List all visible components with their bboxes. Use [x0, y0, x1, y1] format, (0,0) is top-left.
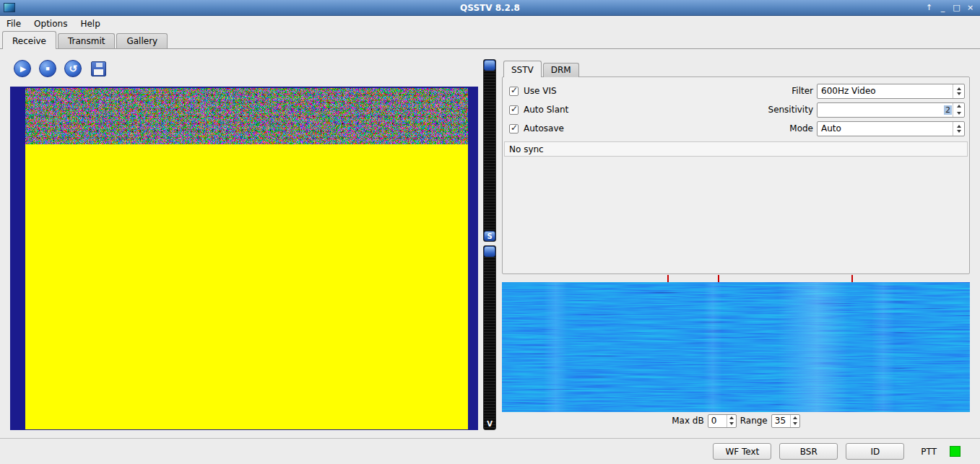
option-row: Use VIS Filter 600Hz Video	[503, 82, 969, 100]
sensitivity-value: 2	[944, 105, 952, 115]
sync-status-bar: No sync	[504, 141, 968, 157]
checkbox-icon[interactable]	[509, 105, 519, 115]
statusbar: WF Text BSR ID PTT	[0, 438, 980, 464]
sstv-yellow-region	[25, 144, 468, 429]
id-button[interactable]: ID	[846, 443, 904, 460]
subtab-sstv[interactable]: SSTV	[503, 61, 542, 77]
save-image-button[interactable]	[87, 58, 109, 79]
spinner-arrows-icon[interactable]	[727, 415, 736, 427]
subtab-drm[interactable]: DRM	[543, 63, 579, 77]
stop-icon: ■	[39, 60, 56, 77]
maximize-button[interactable]: □	[950, 2, 963, 14]
s-meter-handle[interactable]	[484, 60, 495, 71]
waterfall-signal-streak	[544, 282, 567, 412]
receive-toolbar: ▶ ■ ↺	[12, 58, 109, 79]
checkbox-icon[interactable]	[509, 87, 519, 96]
save-icon	[91, 61, 106, 76]
spin-down-button[interactable]	[953, 110, 964, 117]
option-row: Auto Slant Sensitivity 2	[503, 100, 969, 119]
sensitivity-spinbox[interactable]: 2	[817, 102, 965, 118]
spin-up-button[interactable]	[727, 415, 736, 421]
sstv-image-frame	[10, 87, 478, 430]
sstv-image	[25, 88, 468, 429]
spin-up-button[interactable]	[953, 103, 964, 110]
sync-status-text: No sync	[509, 144, 544, 154]
filter-value: 600Hz Video	[818, 84, 953, 98]
spinner-arrows-icon[interactable]	[953, 103, 964, 117]
autosave-checkbox[interactable]: Autosave	[509, 123, 564, 133]
start-receive-button[interactable]: ▶	[12, 58, 33, 79]
menu-help[interactable]: Help	[74, 17, 106, 30]
max-db-spinbox[interactable]: 0	[708, 414, 737, 428]
filter-dropdown[interactable]: 600Hz Video	[817, 84, 965, 99]
v-meter-slider[interactable]: V	[483, 245, 496, 430]
range-value: 35	[772, 415, 790, 427]
use-vis-label: Use VIS	[524, 86, 557, 96]
max-db-value: 0	[708, 415, 727, 427]
waterfall-display[interactable]	[502, 282, 970, 412]
auto-slant-checkbox[interactable]: Auto Slant	[509, 105, 568, 115]
sstv-noise-region	[25, 88, 468, 144]
sensitivity-control: Sensitivity 2	[768, 102, 965, 118]
autosave-label: Autosave	[524, 123, 564, 133]
menubar: File Options Help	[0, 16, 980, 31]
ptt-indicator-led	[950, 446, 961, 457]
frequency-marker	[667, 275, 669, 282]
play-icon: ▶	[14, 60, 31, 77]
reset-icon: ↺	[64, 60, 82, 77]
app-icon	[4, 3, 15, 12]
reset-button[interactable]: ↺	[62, 58, 84, 79]
waterfall-controls: Max dB 0 Range 35	[502, 413, 970, 429]
dropdown-arrows-icon[interactable]	[953, 122, 964, 136]
menu-file[interactable]: File	[0, 17, 27, 30]
mode-subtabs: SSTV DRM	[503, 61, 581, 77]
sstv-options-panel: Use VIS Filter 600Hz Video Auto Slant Se…	[502, 76, 970, 274]
frequency-marker	[851, 275, 853, 282]
mode-control: Mode Auto	[789, 121, 965, 136]
v-meter-handle[interactable]	[484, 246, 495, 257]
mode-dropdown[interactable]: Auto	[817, 121, 965, 136]
range-spinbox[interactable]: 35	[771, 414, 800, 428]
use-vis-checkbox[interactable]: Use VIS	[509, 86, 557, 96]
max-db-label: Max dB	[672, 416, 703, 426]
range-label: Range	[740, 416, 768, 426]
close-button[interactable]: ×	[964, 2, 976, 14]
s-meter-slider[interactable]: S	[483, 59, 496, 242]
v-meter-label: V	[484, 419, 495, 429]
filter-label: Filter	[792, 86, 813, 96]
ptt-label: PTT	[921, 447, 937, 457]
waterfall-signal-streak	[703, 282, 722, 412]
waterfall-signal-streak	[872, 282, 895, 412]
main-tabstrip: Receive Transmit Gallery	[0, 31, 980, 49]
filter-control: Filter 600Hz Video	[792, 84, 965, 99]
tab-receive[interactable]: Receive	[2, 31, 56, 49]
option-row: Autosave Mode Auto	[503, 119, 969, 138]
spinner-arrows-icon[interactable]	[790, 415, 799, 427]
auto-slant-label: Auto Slant	[524, 105, 568, 115]
frequency-marker	[718, 275, 719, 282]
checkbox-icon[interactable]	[509, 124, 519, 133]
mode-label: Mode	[789, 123, 813, 133]
window-controls: ↑ _ □ ×	[923, 2, 980, 14]
menu-options[interactable]: Options	[27, 17, 74, 30]
sensitivity-label: Sensitivity	[768, 105, 813, 115]
shade-button[interactable]: ↑	[923, 2, 935, 14]
tab-transmit[interactable]: Transmit	[58, 33, 115, 48]
spin-up-button[interactable]	[791, 415, 799, 421]
bsr-button[interactable]: BSR	[779, 443, 838, 460]
tab-gallery[interactable]: Gallery	[116, 33, 168, 48]
minimize-button[interactable]: _	[937, 2, 949, 14]
window-title: QSSTV 8.2.8	[0, 3, 980, 13]
dropdown-arrows-icon[interactable]	[953, 84, 964, 98]
s-meter-label: S	[484, 231, 495, 241]
waterfall-signal-streak	[778, 282, 848, 412]
mode-value: Auto	[818, 122, 953, 136]
titlebar[interactable]: QSSTV 8.2.8 ↑ _ □ ×	[0, 0, 980, 16]
spin-down-button[interactable]	[727, 421, 736, 427]
wf-text-button[interactable]: WF Text	[713, 443, 771, 460]
spin-down-button[interactable]	[791, 421, 799, 427]
stop-receive-button[interactable]: ■	[37, 58, 58, 79]
